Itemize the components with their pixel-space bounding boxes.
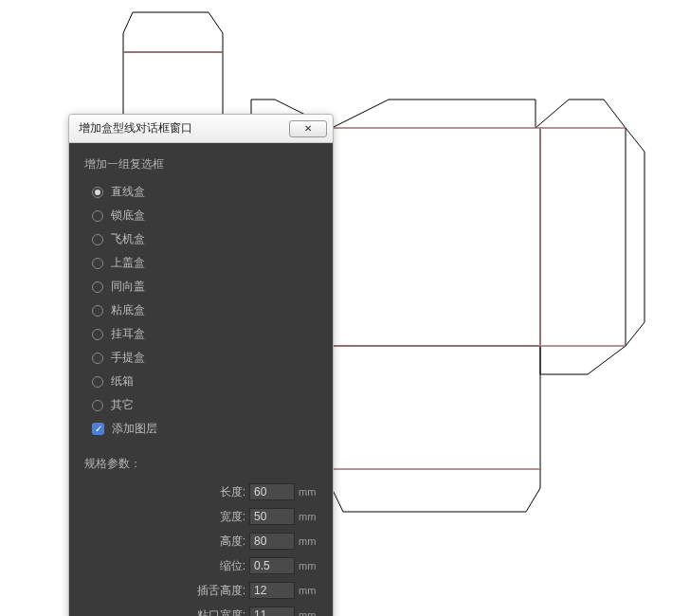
add-layer-checkbox[interactable]: ✓ [92,423,104,435]
close-button[interactable]: ✕ [289,120,327,137]
box-type-label: 上盖盒 [111,255,145,271]
param-row: 高度:mm [84,529,318,553]
radio-icon[interactable] [92,258,103,269]
box-type-option[interactable]: 直线盒 [84,180,318,204]
box-type-label: 锁底盒 [111,208,145,224]
param-input[interactable] [249,582,295,599]
param-label: 宽度: [220,509,245,525]
dialog-title: 增加盒型线对话框窗口 [79,120,192,136]
param-label: 缩位: [220,558,245,574]
box-type-option[interactable]: 纸箱 [84,370,318,393]
svg-rect-2 [332,128,540,346]
param-input[interactable] [249,533,295,550]
param-row: 缩位:mm [84,553,318,578]
box-type-option[interactable]: 手提盒 [84,346,318,370]
param-row: 宽度:mm [84,504,318,529]
box-type-label: 纸箱 [111,373,134,390]
radio-icon[interactable] [92,329,103,340]
param-input[interactable] [249,483,295,500]
group-title: 增加一组复选框 [84,156,318,172]
param-input[interactable] [249,607,295,616]
add-layer-row[interactable]: ✓ 添加图层 [84,417,318,441]
unit-label: mm [299,609,316,616]
radio-icon[interactable] [92,187,103,198]
param-label: 长度: [220,484,245,500]
dialog-titlebar[interactable]: 增加盒型线对话框窗口 ✕ [69,115,333,143]
box-type-option[interactable]: 挂耳盒 [84,322,318,346]
box-type-option[interactable]: 其它 [84,393,318,417]
param-row: 粘口宽度:mm [84,603,318,616]
params-title: 规格参数： [84,456,318,472]
box-type-label: 直线盒 [111,184,145,200]
box-type-label: 其它 [111,397,134,413]
svg-rect-4 [332,346,540,469]
param-input[interactable] [249,508,295,525]
param-label: 高度: [220,534,245,550]
add-layer-label: 添加图层 [112,421,157,437]
box-type-label: 飞机盒 [111,231,145,247]
unit-label: mm [299,535,316,547]
unit-label: mm [299,486,316,498]
param-label: 粘口宽度: [197,607,245,617]
radio-icon[interactable] [92,376,103,388]
box-dialog: 增加盒型线对话框窗口 ✕ 增加一组复选框 直线盒锁底盒飞机盒上盖盒同向盖粘底盒挂… [68,114,334,616]
box-type-label: 粘底盒 [111,302,145,318]
radio-icon[interactable] [92,281,103,293]
dialog-panel: 增加一组复选框 直线盒锁底盒飞机盒上盖盒同向盖粘底盒挂耳盒手提盒纸箱其它 ✓ 添… [69,143,333,616]
box-type-radio-group: 直线盒锁底盒飞机盒上盖盒同向盖粘底盒挂耳盒手提盒纸箱其它 [84,180,318,417]
svg-rect-3 [540,128,626,346]
radio-icon[interactable] [92,234,103,245]
box-type-label: 同向盖 [111,279,145,295]
param-row: 长度:mm [84,480,318,504]
box-type-option[interactable]: 锁底盒 [84,204,318,227]
unit-label: mm [299,560,316,571]
box-type-label: 手提盒 [111,350,145,366]
radio-icon[interactable] [92,400,103,411]
box-type-label: 挂耳盒 [111,326,145,342]
unit-label: mm [299,511,316,522]
radio-icon[interactable] [92,210,103,222]
radio-icon[interactable] [92,353,103,364]
radio-icon[interactable] [92,305,103,317]
unit-label: mm [299,585,316,596]
param-row: 插舌高度:mm [84,578,318,603]
close-icon: ✕ [304,123,312,134]
box-type-option[interactable]: 同向盖 [84,275,318,299]
box-type-option[interactable]: 粘底盒 [84,299,318,322]
params-section: 规格参数： 长度:mm宽度:mm高度:mm缩位:mm插舌高度:mm粘口宽度:mm [84,456,318,616]
box-type-option[interactable]: 上盖盒 [84,251,318,275]
param-label: 插舌高度: [197,583,245,599]
box-type-option[interactable]: 飞机盒 [84,227,318,251]
param-input[interactable] [249,557,295,574]
